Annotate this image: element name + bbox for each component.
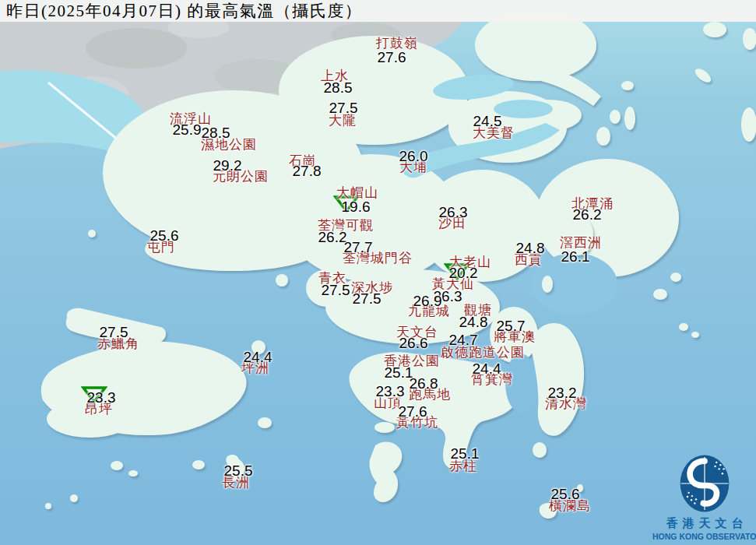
station-value: 24.5 bbox=[473, 113, 502, 130]
hko-logo-english: HONG KONG OBSERVATORY bbox=[652, 532, 756, 541]
station-value: 25.1 bbox=[451, 445, 480, 462]
station-value: 25.5 bbox=[224, 462, 253, 480]
station-value: 28.5 bbox=[324, 79, 353, 97]
station-value: 23.3 bbox=[376, 383, 405, 400]
station-value: 25.6 bbox=[150, 227, 179, 244]
station-value: 28.5 bbox=[202, 125, 230, 142]
station-value: 24.4 bbox=[244, 349, 273, 366]
station-value: 20.2 bbox=[449, 265, 478, 282]
station-value: 27.7 bbox=[344, 239, 373, 256]
station-value: 27.5 bbox=[100, 324, 128, 341]
station-value: 27.6 bbox=[399, 403, 427, 420]
station-value: 26.0 bbox=[399, 148, 428, 165]
station-value: 27.5 bbox=[329, 100, 358, 117]
station-value: 26.9 bbox=[413, 293, 442, 310]
station-value: 29.2 bbox=[213, 157, 242, 174]
station-value: 24.7 bbox=[449, 332, 478, 349]
station-value: 26.8 bbox=[410, 375, 438, 392]
station-value: 27.5 bbox=[322, 282, 350, 299]
station-value: 26.3 bbox=[439, 204, 468, 221]
station-value: 25.6 bbox=[551, 486, 580, 503]
hko-max-temperature-map: 昨日(2025年04月07日) 的最高氣溫（攝氏度） 27.6打鼓嶺28.5上水… bbox=[0, 0, 756, 545]
station-value: 26.1 bbox=[561, 248, 590, 265]
station-value: 26.6 bbox=[399, 335, 428, 352]
station-value: 26.2 bbox=[318, 229, 347, 246]
station-value: 24.8 bbox=[459, 314, 488, 331]
hko-logo: 香港天文台 HONG KONG OBSERVATORY bbox=[652, 453, 756, 541]
hko-logo-chinese: 香港天文台 bbox=[652, 516, 756, 531]
hko-logo-icon bbox=[678, 453, 731, 514]
station-value: 23.3 bbox=[87, 389, 116, 406]
station-value: 27.5 bbox=[353, 290, 382, 308]
station-value: 25.7 bbox=[497, 318, 526, 335]
station-value: 26.2 bbox=[573, 206, 602, 223]
station-value: 23.2 bbox=[548, 385, 577, 402]
station-value: 27.8 bbox=[293, 163, 322, 180]
station-labels-layer: 27.6打鼓嶺28.5上水27.5大隴25.9流浮山28.5濕地公園29.2元朗… bbox=[0, 0, 756, 545]
station-value: 25.9 bbox=[173, 121, 202, 139]
station-value: 27.6 bbox=[378, 49, 406, 66]
station-value: 19.6 bbox=[342, 199, 371, 216]
station-value: 24.8 bbox=[516, 240, 545, 257]
station-value: 24.4 bbox=[473, 360, 501, 378]
